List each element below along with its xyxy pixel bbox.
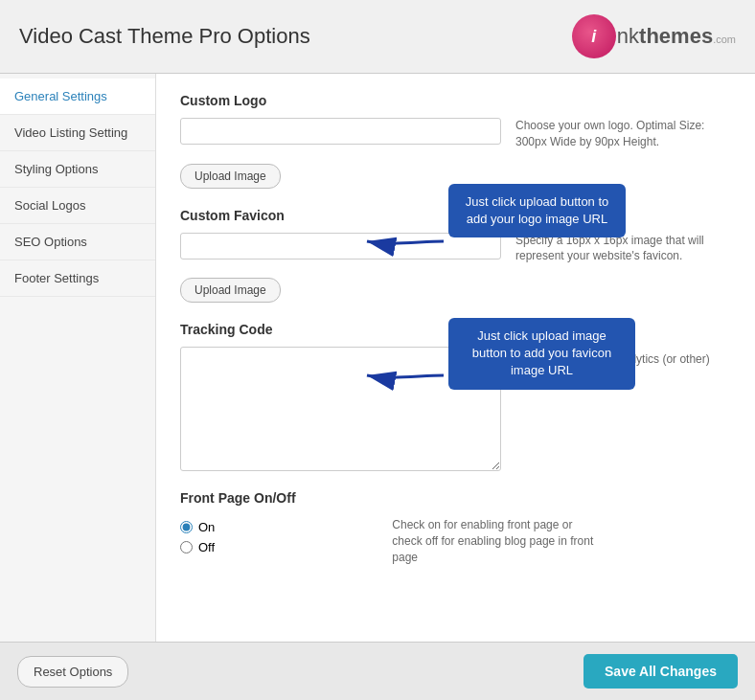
sidebar-item-video-listing[interactable]: Video Listing Setting: [0, 115, 155, 151]
main-layout: General Settings Video Listing Setting S…: [0, 74, 755, 642]
custom-logo-title: Custom Logo: [180, 93, 731, 108]
front-page-hint: Check on for enabling front page or chec…: [392, 517, 593, 565]
front-page-section: Front Page On/Off On Off Check on for en…: [180, 490, 731, 565]
front-page-on-radio[interactable]: [180, 521, 193, 533]
custom-logo-input[interactable]: [180, 118, 501, 145]
logo-container: i nkthemes.com: [572, 14, 736, 58]
front-page-on-row: On: [180, 520, 215, 534]
content-area: Custom Logo Choose your own logo. Optima…: [156, 74, 755, 642]
logo-icon: i: [572, 14, 616, 58]
custom-logo-field-row: Choose your own logo. Optimal Size: 300p…: [180, 118, 731, 150]
page-wrapper: Video Cast Theme Pro Options i nkthemes.…: [0, 0, 755, 700]
front-page-off-radio[interactable]: [180, 541, 193, 553]
sidebar-item-general-settings[interactable]: General Settings: [0, 79, 155, 115]
front-page-title: Front Page On/Off: [180, 490, 731, 506]
logo-icon-text: i: [591, 27, 596, 47]
reset-options-button[interactable]: Reset Options: [17, 656, 128, 688]
custom-logo-section: Custom Logo Choose your own logo. Optima…: [180, 93, 731, 189]
upload-favicon-button[interactable]: Upload Image: [180, 278, 281, 303]
favicon-tooltip-box: Just click upload image button to add yo…: [448, 318, 635, 390]
sidebar-item-footer-settings[interactable]: Footer Settings: [0, 260, 155, 297]
sidebar-item-social-logos[interactable]: Social Logos: [0, 188, 155, 224]
front-page-on-label[interactable]: On: [198, 520, 215, 534]
sidebar-item-seo-options[interactable]: SEO Options: [0, 224, 155, 260]
footer: Reset Options Save All Changes: [0, 642, 755, 700]
front-page-off-label[interactable]: Off: [198, 540, 215, 554]
upload-logo-button[interactable]: Upload Image: [180, 164, 281, 189]
sidebar-item-styling-options[interactable]: Styling Options: [0, 151, 155, 188]
logo-tooltip-box: Just click upload button to add your log…: [448, 184, 626, 237]
logo-text: nkthemes.com: [617, 24, 736, 49]
page-title: Video Cast Theme Pro Options: [19, 24, 310, 49]
sidebar: General Settings Video Listing Setting S…: [0, 74, 156, 642]
save-changes-button[interactable]: Save All Changes: [583, 654, 738, 689]
custom-logo-hint: Choose your own logo. Optimal Size: 300p…: [515, 118, 717, 150]
front-page-radio-group: On Off: [180, 520, 215, 560]
front-page-off-row: Off: [180, 540, 215, 554]
header: Video Cast Theme Pro Options i nkthemes.…: [0, 0, 755, 74]
